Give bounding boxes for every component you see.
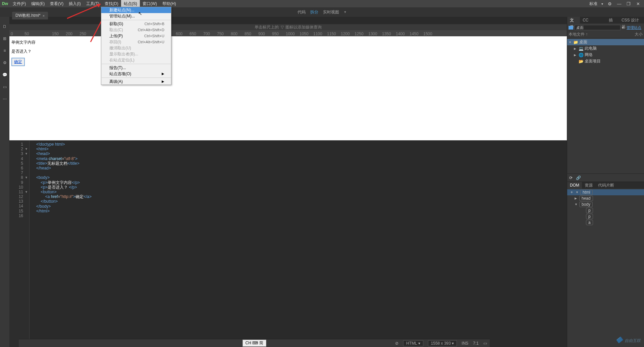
right-panel-group: 文件CC Libraries插入CSS 设计器 桌面 ▾ 管理站点 本地文件 ↑…	[567, 17, 644, 347]
watermark: 🔷 自由互联	[615, 336, 641, 344]
design-paragraph-2[interactable]: 是否进入？	[11, 49, 565, 54]
design-button-link[interactable]: 确定	[14, 59, 22, 64]
view-live-button[interactable]: 实时视图	[323, 9, 339, 15]
ime-indicator[interactable]: CH ⌨ 简	[243, 340, 266, 347]
dom-node-html[interactable]: +▼html	[567, 189, 644, 195]
document-tab[interactable]: DW教程.html* ×	[12, 12, 48, 19]
sync-settings-icon[interactable]: ⚙	[607, 1, 612, 6]
dom-tree[interactable]: +▼html▶head▼bodyppa	[567, 189, 644, 226]
menu-站点S[interactable]: 站点(S)	[121, 0, 140, 7]
dimensions-indicator[interactable]: 1558 x 393 ▾	[428, 340, 457, 346]
dom-node-body[interactable]: ▼body	[567, 201, 644, 207]
window-restore-icon[interactable]: ❐	[626, 1, 631, 6]
dom-add-icon[interactable]: +	[569, 190, 574, 195]
code-view[interactable]: 12▼3▼45678▼91011▼1213141516 <!doctype ht…	[9, 140, 567, 347]
files-panel: 桌面 ▾ 管理站点 本地文件 ↑ 大小 ▼📁桌面▶💻此电脑▶🌐网络📂桌面项目	[567, 23, 644, 66]
view-dropdown-icon[interactable]: ▼	[344, 10, 347, 14]
mouse-cursor-icon: ↖	[138, 11, 142, 16]
site-menu-dropdown: 新建站点(N)...管理站点(M)...获取(G)Ctrl+Shift+B取出(…	[101, 7, 171, 85]
window-minimize-icon[interactable]: —	[616, 1, 622, 6]
file-management-icon[interactable]: 🗋	[2, 23, 8, 30]
preview-browser-icon[interactable]: ▭	[483, 341, 487, 346]
sync-icon[interactable]: 🔗	[576, 176, 581, 180]
site-selector-dropdown-icon[interactable]: ▾	[622, 25, 624, 30]
files-tree[interactable]: ▼📁桌面▶💻此电脑▶🌐网络📂桌面项目	[567, 38, 644, 65]
file-tree-item-网络[interactable]: ▶🌐网络	[567, 52, 644, 58]
workspace-dropdown-icon[interactable]: ▾	[601, 2, 603, 6]
live-view-inspect-icon[interactable]: ⊞	[2, 36, 8, 42]
code-editor[interactable]: <!doctype html><html><head><meta charset…	[30, 141, 567, 347]
panel-tab-CSS 设计器[interactable]: CSS 设计器	[619, 17, 644, 23]
site-folder-icon	[569, 26, 573, 30]
menu-item-获取G[interactable]: 获取(G)Ctrl+Shift+B	[101, 21, 171, 27]
file-tree-item-桌面项目[interactable]: 📂桌面项目	[567, 58, 644, 64]
document-tab-label: DW教程.html*	[15, 13, 41, 18]
menu-item-存回I: 存回(I)Ctrl+Alt+Shift+U	[101, 39, 171, 45]
status-bar: CH ⌨ 简 ⊘ HTML ▾ 1558 x 393 ▾ INS 7:1 ▭	[19, 339, 490, 347]
dom-tab-DOM[interactable]: DOM	[567, 182, 582, 189]
menu-item-新建站点N[interactable]: 新建站点(N)...	[101, 7, 171, 13]
menu-文件F[interactable]: 文件(F)	[10, 0, 29, 7]
dreamweaver-logo: Dw	[0, 0, 10, 7]
menu-item-撤消取出U: 撤消取出(U)	[101, 45, 171, 51]
file-tree-item-此电脑[interactable]: ▶💻此电脑	[567, 45, 644, 52]
dom-panel-tabs: DOM资源代码片断	[567, 182, 644, 189]
view-code-button[interactable]: 代码	[298, 9, 306, 15]
menu-item-站点选项O[interactable]: 站点选项(O)▶	[101, 71, 171, 77]
menu-窗口W[interactable]: 窗口(W)	[140, 0, 160, 7]
dom-node-head[interactable]: ▶head	[567, 195, 644, 201]
menu-编辑E[interactable]: 编辑(E)	[29, 0, 47, 7]
error-indicator-icon[interactable]: ⊘	[395, 341, 398, 346]
options-icon[interactable]: ⚙	[2, 60, 8, 66]
comment-icon[interactable]: 💬	[2, 72, 8, 78]
menu-item-高级A[interactable]: 高级(A)▶	[101, 79, 171, 85]
dom-tab-资源[interactable]: 资源	[582, 182, 595, 189]
panel-tab-CC Libraries[interactable]: CC Libraries	[580, 17, 606, 23]
files-panel-toolbar: ⟳ 🔗	[567, 174, 644, 182]
files-panel-tabs: 文件CC Libraries插入CSS 设计器	[567, 17, 644, 23]
menu-item-报告T[interactable]: 报告(T)...	[101, 65, 171, 71]
panel-tab-文件[interactable]: 文件	[567, 17, 580, 23]
dom-node-p[interactable]: p	[567, 213, 644, 219]
left-toolbar: 🗋 ⊞ ≡ ⚙ 💬 ▭ ⋯	[0, 17, 9, 347]
manage-sites-link[interactable]: 管理站点	[625, 25, 643, 30]
refresh-icon[interactable]: ⟳	[569, 176, 573, 180]
panel-tab-插入[interactable]: 插入	[606, 17, 619, 23]
menu-item-取出C: 取出(C)Ctrl+Alt+Shift+D	[101, 27, 171, 33]
dom-panel: DOM资源代码片断 +▼html▶head▼bodyppa	[567, 182, 644, 226]
more-tools-icon[interactable]: ⋯	[2, 96, 8, 102]
workspace-label[interactable]: 标准	[589, 1, 597, 7]
doctype-indicator[interactable]: HTML ▾	[403, 340, 423, 346]
view-split-button[interactable]: 拆分	[310, 9, 318, 15]
design-button[interactable]: 确定	[11, 58, 25, 66]
menu-item-管理站点M[interactable]: 管理站点(M)...	[101, 13, 171, 19]
menu-查看V[interactable]: 查看(V)	[47, 0, 66, 7]
menu-帮助H[interactable]: 帮助(H)	[160, 0, 179, 7]
menu-item-在站点定位L: 在站点定位(L)	[101, 57, 171, 63]
files-column-headers[interactable]: 本地文件 ↑ 大小	[567, 31, 644, 38]
dom-node-a[interactable]: a	[567, 219, 644, 226]
site-selector[interactable]: 桌面	[575, 25, 621, 30]
tab-close-icon[interactable]: ×	[43, 14, 45, 18]
dom-node-p[interactable]: p	[567, 207, 644, 213]
insert-mode-indicator[interactable]: INS	[462, 341, 468, 346]
menu-item-显示取出者B: 显示取出者(B)...	[101, 51, 171, 57]
menu-item-上传P[interactable]: 上传(P)Ctrl+Shift+U	[101, 33, 171, 39]
code-gutter: 12▼3▼45678▼91011▼1213141516	[9, 141, 30, 347]
design-view[interactable]: 举例文字内容 是否进入？ 确定	[9, 36, 567, 140]
window-close-icon[interactable]: ✕	[635, 1, 641, 6]
media-query-chevron-icon: ▽	[281, 24, 284, 30]
preview-icon[interactable]: ▭	[2, 84, 8, 90]
cursor-position-indicator: 7:1	[473, 341, 479, 346]
file-tree-item-桌面[interactable]: ▼📁桌面	[567, 39, 644, 45]
dom-tab-代码片断[interactable]: 代码片断	[595, 182, 617, 189]
expand-all-icon[interactable]: ≡	[2, 48, 8, 54]
